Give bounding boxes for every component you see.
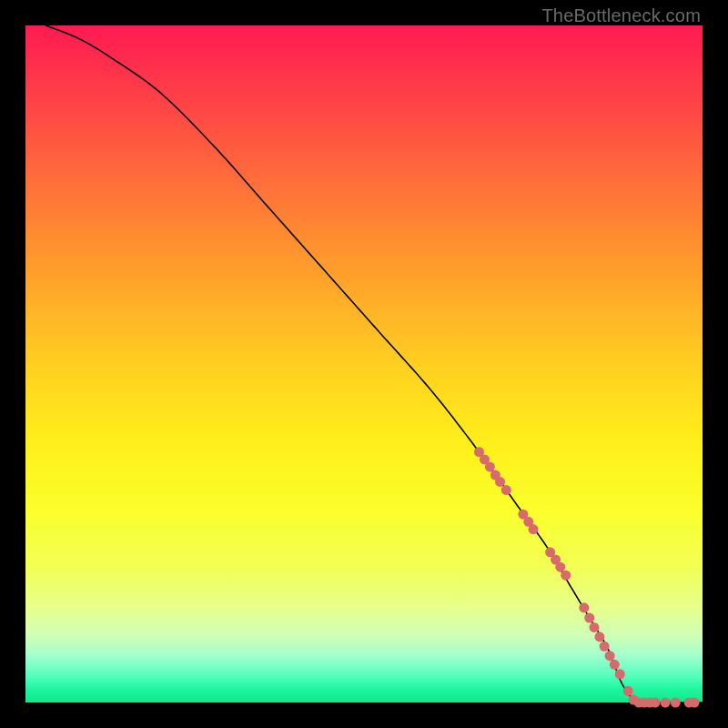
- data-marker: [529, 524, 539, 534]
- data-marker: [690, 698, 700, 708]
- data-marker: [589, 622, 599, 632]
- marker-group: [474, 447, 700, 707]
- data-marker: [584, 613, 594, 623]
- data-marker: [501, 485, 511, 495]
- curve-svg: [25, 25, 703, 703]
- data-marker: [495, 477, 505, 487]
- data-marker: [485, 462, 495, 472]
- data-marker: [650, 698, 660, 708]
- watermark-text: TheBottleneck.com: [541, 5, 701, 26]
- plot-area: [25, 25, 703, 703]
- data-marker: [623, 686, 633, 696]
- data-marker: [579, 602, 589, 612]
- main-curve: [46, 25, 634, 703]
- data-marker: [661, 698, 671, 708]
- data-marker: [671, 698, 681, 708]
- data-marker: [594, 632, 604, 642]
- data-marker: [561, 571, 571, 581]
- data-marker: [610, 660, 620, 670]
- data-marker: [615, 669, 625, 679]
- data-marker: [600, 642, 610, 652]
- data-marker: [605, 651, 615, 661]
- chart-frame: TheBottleneck.com: [0, 0, 728, 728]
